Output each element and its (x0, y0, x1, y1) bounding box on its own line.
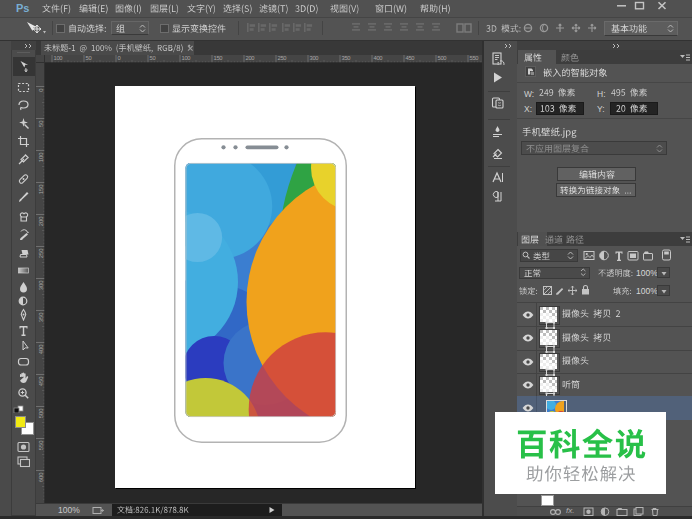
svg-text:400: 400 (38, 345, 44, 355)
svg-text:200: 200 (38, 217, 44, 227)
svg-text:250: 250 (38, 249, 44, 259)
svg-text:150: 150 (38, 185, 44, 195)
svg-text:550: 550 (38, 441, 44, 451)
svg-text:300: 300 (38, 281, 44, 291)
svg-text:0: 0 (38, 89, 44, 92)
svg-text:100: 100 (38, 153, 44, 163)
svg-text:500: 500 (38, 409, 44, 419)
svg-text:600: 600 (38, 473, 44, 483)
svg-text:450: 450 (38, 377, 44, 387)
svg-text:50: 50 (38, 121, 44, 127)
svg-text:350: 350 (38, 313, 44, 323)
